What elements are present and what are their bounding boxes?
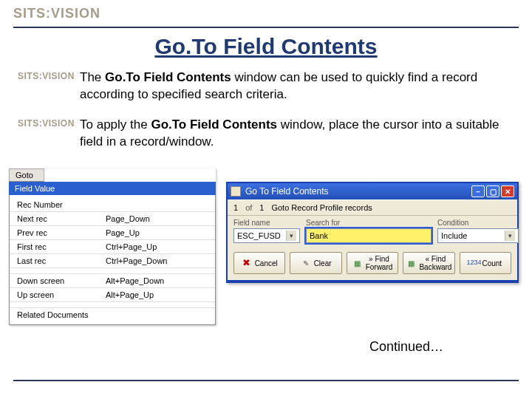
find-forward-icon: ▦ — [352, 258, 363, 268]
chevron-down-icon: ▾ — [505, 231, 515, 241]
menu-item[interactable]: First recCtrl+Page_Up — [10, 240, 215, 254]
find-forward-button[interactable]: ▦ » FindForward — [347, 252, 398, 274]
maximize-button[interactable]: ▢ — [486, 185, 499, 197]
record-current: 1 — [233, 203, 238, 212]
window-titlebar[interactable]: Go To Field Contents – ▢ ✕ — [228, 183, 517, 200]
count-button[interactable]: 1234 Count — [460, 252, 511, 274]
window-icon — [231, 186, 241, 197]
field-labels-row: Field name Search for Condition — [228, 216, 517, 227]
top-divider — [13, 27, 519, 28]
goto-menu-tab[interactable]: Goto — [9, 168, 44, 182]
bullet-logo-icon: SITS:VISION — [18, 71, 66, 87]
label-condition: Condition — [437, 219, 519, 227]
bullet-1-text: The Go.To Field Contents window can be u… — [80, 69, 514, 103]
bullet-2: SITS:VISION To apply the Go.To Field Con… — [13, 117, 519, 151]
bullet-logo-icon: SITS:VISION — [18, 118, 66, 134]
goto-menu: Goto Field Value Rec Number Next recPage… — [9, 168, 216, 325]
menu-item[interactable]: Last recCtrl+Page_Down — [10, 254, 215, 268]
record-of-label: of — [245, 203, 252, 212]
window-title: Go To Field Contents — [245, 186, 470, 197]
menu-item[interactable]: Next recPage_Down — [10, 212, 215, 226]
menu-item[interactable]: Up screenAlt+Page_Up — [10, 288, 215, 302]
goto-menu-header[interactable]: Field Value — [9, 182, 216, 195]
bottom-divider — [13, 380, 519, 381]
find-backward-icon: ▦ — [406, 258, 416, 268]
brand-logo: SITS:VISION — [13, 6, 519, 25]
cancel-button[interactable]: ✖ Cancel — [233, 252, 285, 274]
window-toolbar: 1 of 1 Goto Record Profile records — [228, 200, 517, 216]
close-button[interactable]: ✕ — [501, 185, 514, 197]
menu-item[interactable]: Related Documents — [10, 308, 215, 321]
menu-item[interactable]: Prev recPage_Up — [10, 226, 215, 240]
cancel-icon: ✖ — [242, 258, 252, 268]
find-backward-button[interactable]: ▦ « FindBackward — [403, 252, 454, 274]
condition-select[interactable]: Include ▾ — [437, 228, 519, 243]
page-title: Go.To Field Contents — [13, 34, 519, 59]
searchfor-input[interactable]: Bank — [306, 228, 432, 243]
bullet-2-text: To apply the Go.To Field Contents window… — [80, 117, 514, 151]
menu-item[interactable]: Down screenAlt+Page_Down — [10, 274, 215, 288]
label-searchfor: Search for — [306, 219, 432, 227]
label-fieldname: Field name — [233, 219, 300, 227]
clear-button[interactable]: ✎ Clear — [290, 252, 341, 274]
continued-label: Continued… — [369, 339, 443, 355]
record-desc: Goto Record Profile records — [271, 203, 372, 212]
count-icon: 1234 — [468, 258, 479, 268]
chevron-down-icon: ▾ — [286, 231, 296, 241]
clear-icon: ✎ — [301, 258, 311, 268]
minimize-button[interactable]: – — [471, 185, 485, 197]
record-total: 1 — [259, 203, 264, 212]
goto-field-contents-window: Go To Field Contents – ▢ ✕ 1 of 1 Goto R… — [226, 182, 519, 283]
bullet-1: SITS:VISION The Go.To Field Contents win… — [13, 69, 519, 103]
fieldname-select[interactable]: ESC_FUSD ▾ — [233, 228, 300, 243]
menu-item[interactable]: Rec Number — [10, 198, 215, 212]
